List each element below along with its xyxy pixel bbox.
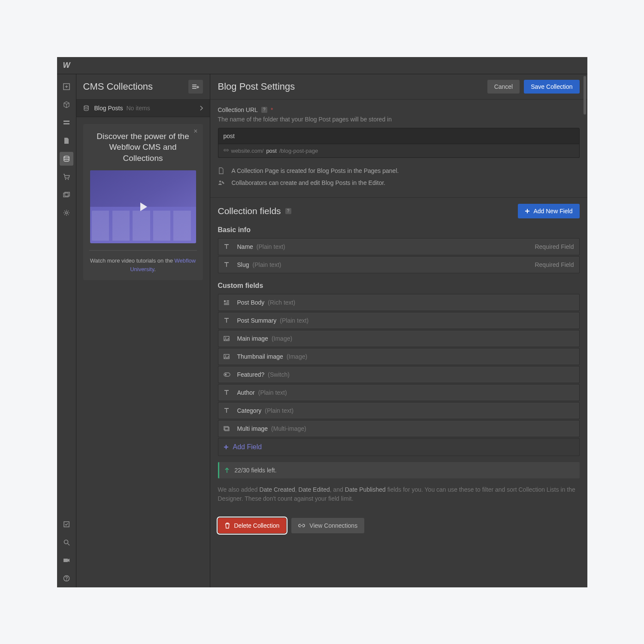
add-element-icon[interactable]: [60, 80, 73, 94]
settings-icon[interactable]: [60, 206, 73, 220]
field-name: Author: [237, 389, 255, 396]
svg-rect-16: [192, 88, 197, 89]
collection-name: Blog Posts: [94, 105, 123, 112]
add-collection-button[interactable]: [188, 80, 203, 94]
field-type-icon: [224, 372, 233, 377]
field-row[interactable]: Multi image(Multi-image): [218, 420, 580, 437]
editor-icon: [218, 180, 226, 186]
field-type-icon: [224, 300, 233, 305]
field-row[interactable]: Slug(Plain text)Required Field: [218, 256, 580, 273]
field-row[interactable]: Post Summary(Plain text): [218, 312, 580, 329]
promo-card: × Discover the power of the Webflow CMS …: [83, 124, 203, 281]
collection-url-label: Collection URL: [218, 106, 258, 113]
collection-fields-title: Collection fields: [218, 206, 281, 216]
svg-point-18: [219, 180, 221, 182]
field-type-label: (Image): [287, 353, 307, 360]
collection-fields-header: Collection fields ? Add New Field: [210, 198, 587, 223]
field-name: Featured?: [237, 371, 265, 378]
field-name: Main image: [237, 335, 268, 342]
field-row[interactable]: Thumbnail image(Image): [218, 348, 580, 365]
field-row[interactable]: Post Body(Rich text): [218, 294, 580, 311]
page-icon: [218, 167, 226, 174]
svg-point-4: [65, 178, 66, 179]
save-collection-button[interactable]: Save Collection: [524, 80, 579, 94]
required-label: Required Field: [535, 243, 574, 250]
cms-icon[interactable]: [60, 152, 73, 166]
settings-header: Blog Post Settings Cancel Save Collectio…: [210, 74, 587, 100]
left-rail: [57, 74, 76, 587]
layout-icon[interactable]: [60, 116, 73, 130]
info-row: A Collection Page is created for Blog Po…: [218, 165, 580, 177]
help-icon[interactable]: [60, 571, 73, 585]
sidebar-title: CMS Collections: [83, 81, 153, 92]
svg-rect-19: [224, 300, 226, 302]
field-type-label: (Plain text): [253, 261, 281, 268]
field-row[interactable]: Author(Plain text): [218, 384, 580, 401]
search-icon[interactable]: [60, 535, 73, 549]
field-row[interactable]: Category(Plain text): [218, 402, 580, 419]
field-type-label: (Plain text): [258, 389, 287, 396]
collection-url-input[interactable]: [218, 128, 580, 144]
help-icon[interactable]: ?: [261, 107, 267, 113]
svg-point-17: [84, 106, 88, 107]
settings-panel: Blog Post Settings Cancel Save Collectio…: [210, 74, 587, 587]
field-type-label: (Rich text): [268, 299, 295, 306]
svg-point-8: [65, 212, 67, 214]
field-name: Thumbnail image: [237, 353, 283, 360]
field-name: Slug: [237, 261, 249, 268]
cms-sidebar: CMS Collections Blog Posts No items × Di…: [76, 74, 210, 587]
promo-video-thumb[interactable]: [90, 170, 196, 243]
fields-remaining-bar: 22/30 fields left.: [218, 462, 580, 478]
svg-rect-20: [227, 300, 229, 301]
custom-fields-label: Custom fields: [210, 274, 587, 294]
svg-rect-11: [63, 559, 68, 562]
app-frame: W CMS Collections: [57, 57, 587, 587]
cancel-button[interactable]: Cancel: [487, 80, 520, 94]
field-type-label: (Image): [272, 335, 292, 342]
field-type-icon: [224, 262, 233, 268]
webflow-logo-icon: W: [63, 61, 70, 70]
field-row[interactable]: Featured?(Switch): [218, 366, 580, 383]
close-icon[interactable]: ×: [194, 127, 197, 135]
add-new-field-button[interactable]: Add New Field: [518, 204, 579, 218]
link-icon: [224, 148, 229, 153]
svg-rect-2: [63, 123, 70, 124]
collection-list-item[interactable]: Blog Posts No items: [76, 100, 210, 117]
field-row[interactable]: Name(Plain text)Required Field: [218, 238, 580, 255]
field-name: Multi image: [237, 425, 268, 432]
footer-actions: Delete Collection View Connections: [210, 512, 587, 544]
help-icon[interactable]: ?: [285, 208, 291, 214]
assets-icon[interactable]: [60, 188, 73, 202]
audit-icon[interactable]: [60, 517, 73, 531]
delete-collection-button[interactable]: Delete Collection: [218, 518, 287, 533]
svg-rect-15: [192, 86, 197, 87]
svg-point-13: [66, 580, 67, 581]
field-row[interactable]: Main image(Image): [218, 330, 580, 347]
info-row: Collaborators can create and edit Blog P…: [218, 177, 580, 189]
field-type-label: (Plain text): [265, 407, 293, 414]
field-type-icon: [224, 317, 233, 324]
field-type-icon: [224, 354, 233, 359]
link-icon: [298, 523, 305, 528]
scrollbar-thumb[interactable]: [584, 76, 586, 115]
field-type-label: (Switch): [268, 371, 290, 378]
svg-point-27: [225, 355, 226, 356]
collection-count: No items: [126, 105, 199, 112]
trash-icon: [225, 523, 230, 529]
field-name: Category: [237, 407, 262, 414]
field-name: Post Summary: [237, 317, 277, 324]
view-connections-button[interactable]: View Connections: [291, 518, 364, 533]
video-icon[interactable]: [60, 553, 73, 567]
box-icon[interactable]: [60, 98, 73, 112]
play-icon: [135, 199, 151, 215]
pages-icon[interactable]: [60, 134, 73, 148]
field-type-label: (Plain text): [280, 317, 308, 324]
chevron-right-icon: [200, 106, 203, 111]
page-title: Blog Post Settings: [218, 81, 483, 92]
ecommerce-icon[interactable]: [60, 170, 73, 184]
main-layout: CMS Collections Blog Posts No items × Di…: [57, 74, 587, 587]
svg-point-10: [64, 540, 68, 544]
database-icon: [83, 105, 89, 111]
required-indicator: *: [271, 106, 273, 113]
add-field-row[interactable]: Add Field: [218, 438, 580, 456]
